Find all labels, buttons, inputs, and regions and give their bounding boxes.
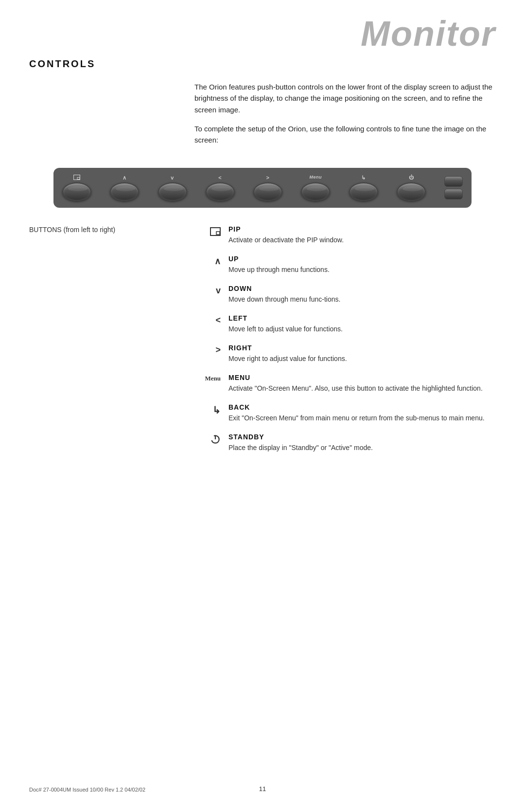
- menu-symbol: Menu: [194, 374, 228, 382]
- desc-item-up: ∧ UP Move up through menu functions.: [194, 255, 496, 275]
- pip-title: PIP: [228, 225, 496, 233]
- down-desc: Move down through menu func-tions.: [228, 294, 496, 305]
- up-content: UP Move up through menu functions.: [228, 255, 496, 275]
- buttons-from-left-label: BUTTONS (from left to right): [29, 226, 115, 234]
- up-title: UP: [228, 255, 496, 263]
- descriptions-section: BUTTONS (from left to right) PIP Activat…: [29, 225, 496, 463]
- right-desc: Move right to adjust value for functions…: [228, 354, 496, 364]
- right-content: RIGHT Move right to adjust value for fun…: [228, 344, 496, 364]
- desc-item-standby: STANDBY Place the display in "Standby" o…: [194, 433, 496, 453]
- standby-title: STANDBY: [228, 433, 496, 441]
- back-symbol: ↳: [194, 403, 228, 416]
- strip-btn-left: <: [206, 175, 235, 201]
- desc-item-left: < LEFT Move left to adjust value for fun…: [194, 314, 496, 334]
- desc-item-down: v DOWN Move down through menu func-tions…: [194, 285, 496, 305]
- button-strip: ∧ v < > Menu: [53, 168, 472, 208]
- main-content: CONTROLS The Orion features push-button …: [0, 58, 525, 463]
- back-title: BACK: [228, 403, 496, 411]
- desc-right-column: PIP Activate or deactivate the PIP windo…: [190, 225, 496, 463]
- down-content: DOWN Move down through menu func-tions.: [228, 285, 496, 305]
- standby-desc: Place the display in "Standby" or "Activ…: [228, 443, 496, 453]
- header: Monitor: [0, 0, 525, 54]
- strip-btn-up: ∧: [110, 175, 139, 201]
- intro-right: The Orion features push-button controls …: [190, 81, 496, 153]
- strip-btn-back: ↳: [349, 175, 378, 201]
- standby-symbol: [194, 433, 228, 445]
- strip-btn-down: v: [158, 175, 187, 201]
- menu-title: MENU: [228, 374, 496, 381]
- left-content: LEFT Move left to adjust value for funct…: [228, 314, 496, 334]
- up-desc: Move up through menu functions.: [228, 265, 496, 275]
- left-symbol: <: [194, 314, 228, 325]
- strip-btn-right: >: [253, 175, 282, 201]
- back-content: BACK Exit "On-Screen Menu" from main men…: [228, 403, 496, 423]
- strip-btn-pip: [62, 175, 91, 201]
- desc-item-pip: PIP Activate or deactivate the PIP windo…: [194, 225, 496, 245]
- down-title: DOWN: [228, 285, 496, 292]
- svg-rect-3: [216, 232, 220, 235]
- down-symbol: v: [194, 285, 228, 296]
- intro-left: [29, 81, 190, 153]
- svg-rect-1: [77, 178, 80, 180]
- right-cluster: [444, 176, 463, 199]
- footer-page-number: 11: [29, 785, 496, 793]
- pip-content: PIP Activate or deactivate the PIP windo…: [228, 225, 496, 245]
- right-title: RIGHT: [228, 344, 496, 352]
- up-symbol: ∧: [194, 255, 228, 267]
- menu-desc: Activate "On-Screen Menu". Also, use thi…: [228, 383, 496, 394]
- pip-desc: Activate or deactivate the PIP window.: [228, 235, 496, 245]
- intro-para-2: To complete the setup of the Orion, use …: [194, 123, 496, 146]
- back-desc: Exit "On-Screen Menu" from main menu or …: [228, 413, 496, 423]
- desc-item-back: ↳ BACK Exit "On-Screen Menu" from main m…: [194, 403, 496, 423]
- page-title: Monitor: [361, 14, 496, 53]
- menu-content: MENU Activate "On-Screen Menu". Also, us…: [228, 374, 496, 394]
- left-desc: Move left to adjust value for functions.: [228, 324, 496, 334]
- left-title: LEFT: [228, 314, 496, 322]
- desc-left-column: BUTTONS (from left to right): [29, 225, 190, 463]
- strip-btn-menu: Menu: [301, 175, 330, 201]
- pip-symbol: [194, 225, 228, 237]
- intro-section: The Orion features push-button controls …: [29, 81, 496, 153]
- standby-content: STANDBY Place the display in "Standby" o…: [228, 433, 496, 453]
- desc-item-menu: Menu MENU Activate "On-Screen Menu". Als…: [194, 374, 496, 394]
- controls-heading: CONTROLS: [29, 58, 496, 70]
- right-symbol: >: [194, 344, 228, 355]
- intro-para-1: The Orion features push-button controls …: [194, 81, 496, 115]
- footer: Doc# 27-0004UM Issued 10/00 Rev 1.2 04/0…: [29, 787, 496, 793]
- desc-item-right: > RIGHT Move right to adjust value for f…: [194, 344, 496, 364]
- page: Monitor CONTROLS The Orion features push…: [0, 0, 525, 812]
- strip-btn-standby: ⏻: [397, 175, 426, 201]
